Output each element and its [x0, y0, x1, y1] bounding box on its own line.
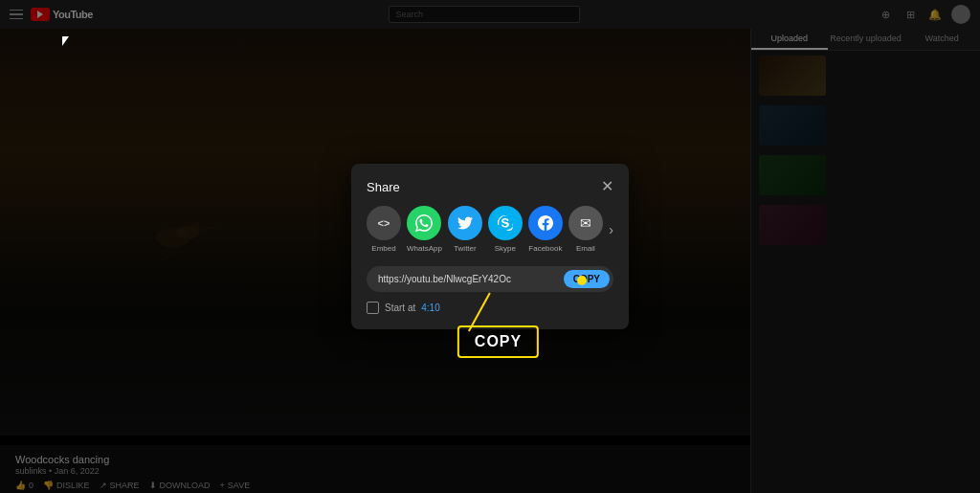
start-at-row: Start at 4:10: [367, 302, 613, 314]
share-skype-button[interactable]: Skype: [488, 206, 523, 253]
email-label: Email: [576, 244, 595, 253]
embed-icon: <>: [367, 206, 401, 240]
share-twitter-button[interactable]: Twitter: [448, 206, 482, 253]
share-facebook-button[interactable]: Facebook: [528, 206, 563, 253]
twitter-icon: [448, 206, 482, 240]
start-at-time[interactable]: 4:10: [421, 303, 439, 313]
start-at-label: Start at: [385, 303, 415, 313]
share-embed-button[interactable]: <> Embed: [367, 206, 401, 253]
facebook-icon: [528, 206, 563, 240]
start-at-checkbox[interactable]: [367, 302, 379, 314]
modal-header: Share ✕: [367, 179, 613, 194]
facebook-label: Facebook: [528, 244, 562, 253]
share-icons-row: <> Embed WhatsApp Twitter: [367, 206, 613, 253]
skype-icon: [488, 206, 523, 240]
whatsapp-icon: [407, 206, 441, 240]
close-button[interactable]: ✕: [601, 179, 613, 194]
modal-title: Share: [367, 180, 400, 194]
modal-container: Share ✕ <> Embed WhatsApp: [351, 164, 629, 329]
yellow-dot-indicator: [577, 276, 587, 285]
copy-callout-text: COPY: [475, 333, 522, 349]
chevron-right-icon[interactable]: ›: [609, 222, 613, 237]
share-modal: Share ✕ <> Embed WhatsApp: [351, 164, 629, 329]
email-icon: ✉: [568, 206, 603, 240]
url-section: https://youtu.be/NlwcgErY42Oc COPY: [367, 266, 613, 292]
url-text: https://youtu.be/NlwcgErY42Oc: [378, 274, 558, 284]
copy-callout-container: COPY: [457, 325, 539, 358]
copy-callout-box: COPY: [457, 325, 539, 358]
skype-label: Skype: [495, 244, 516, 253]
modal-overlay[interactable]: Share ✕ <> Embed WhatsApp: [0, 0, 980, 493]
twitter-label: Twitter: [454, 244, 477, 253]
share-email-button[interactable]: ✉ Email: [568, 206, 603, 253]
whatsapp-label: WhatsApp: [407, 244, 442, 253]
embed-label: Embed: [371, 244, 395, 253]
share-whatsapp-button[interactable]: WhatsApp: [407, 206, 442, 253]
